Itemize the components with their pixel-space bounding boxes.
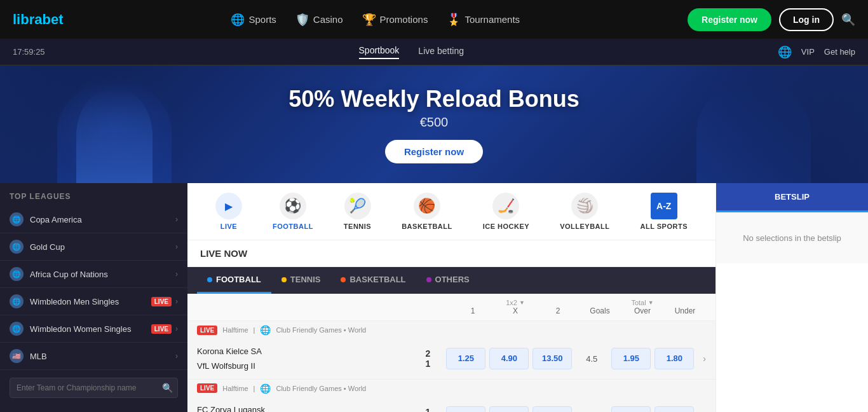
match-2-total-group: 1.85 1.85 — [610, 406, 695, 412]
search-icon[interactable]: 🔍 — [841, 13, 855, 27]
subnav-live-betting[interactable]: Live betting — [418, 46, 464, 58]
match-2-odds-2[interactable]: 9.25 — [532, 406, 572, 412]
football-icon-circle: ⚽ — [280, 193, 306, 219]
odds-1x2-title: 1x2 ▼ — [506, 299, 525, 306]
sidebar-item-africa-cup[interactable]: 🌐 Africa Cup of Nations › — [0, 261, 187, 288]
match-1-odds-1[interactable]: 1.25 — [446, 348, 485, 369]
search-icon: 🔍 — [162, 383, 173, 393]
match-2-separator: | — [254, 385, 255, 392]
odds-col-x-label: X — [496, 306, 535, 315]
match-2-under[interactable]: 1.85 — [654, 406, 694, 412]
match-2-odds-1[interactable]: 1.35 — [446, 406, 485, 412]
nav-casino-label: Casino — [313, 14, 343, 25]
hero-subtitle: €500 — [288, 115, 580, 130]
volleyball-icon-label: VOLLEYBALL — [560, 223, 609, 230]
language-icon[interactable]: 🌐 — [778, 45, 792, 59]
volleyball-icon-circle: 🏐 — [571, 193, 598, 219]
betslip-panel: BETSLIP No selections in the betslip — [715, 183, 868, 412]
tab-football[interactable]: FOOTBALL — [197, 267, 271, 294]
odds-col-under-label: Under — [665, 306, 705, 315]
match-1-more-arrow[interactable]: › — [703, 354, 706, 364]
icehockey-icon: 🏒 — [498, 198, 515, 214]
copa-america-arrow: › — [175, 215, 178, 224]
sidebar-menu-title: MENU — [0, 406, 187, 412]
sidebar-item-mlb[interactable]: 🇺🇸 MLB › — [0, 343, 187, 370]
sidebar-item-wimbledon-women[interactable]: 🌐 Wimbledon Women Singles LIVE › — [0, 315, 187, 343]
match-1-away-team: VfL Wolfsburg II — [197, 359, 418, 373]
logo[interactable]: librabet — [13, 11, 63, 28]
sport-icon-live[interactable]: ▶ LIVE — [209, 189, 248, 233]
icehockey-icon-circle: 🏒 — [492, 193, 519, 219]
volleyball-icon: 🏐 — [576, 198, 593, 214]
tennis-icon-label: TENNIS — [344, 223, 371, 230]
live-icon-circle: ▶ — [215, 193, 242, 219]
match-2-odds-x[interactable]: 4.30 — [489, 406, 529, 412]
nav-sports[interactable]: 🌐 Sports — [231, 13, 276, 27]
vip-link[interactable]: VIP — [801, 47, 815, 57]
live-icon-label: LIVE — [220, 223, 237, 230]
sidebar-item-gold-cup[interactable]: 🌐 Gold Cup › — [0, 233, 187, 261]
sidebar-item-copa-america[interactable]: 🌐 Copa America › — [0, 206, 187, 233]
subnav-sportbook[interactable]: Sportbook — [359, 45, 400, 59]
sport-icon-volleyball[interactable]: 🏐 VOLLEYBALL — [553, 189, 616, 233]
logo-prefix: libra — [13, 11, 42, 27]
match-2-competition: Club Friendly Games • World — [276, 385, 366, 392]
nav-promotions-label: Promotions — [380, 14, 428, 25]
match-1-live-badge: LIVE — [197, 326, 217, 335]
match-1-odds-2[interactable]: 13.50 — [532, 348, 572, 369]
sport-icon-tennis[interactable]: 🎾 TENNIS — [337, 189, 377, 233]
betslip-tab[interactable]: BETSLIP — [716, 183, 868, 212]
match-1-home-team: Korona Kielce SA — [197, 344, 418, 359]
match-1-over[interactable]: 1.95 — [611, 348, 651, 369]
hero-content: 50% Weekly Reload Bonus €500 Register no… — [288, 86, 580, 163]
tab-tennis[interactable]: TENNIS — [271, 267, 331, 294]
sport-icon-all-sports[interactable]: A-Z ALL SPORTS — [634, 189, 694, 233]
nav-casino[interactable]: 🛡️ Casino — [295, 13, 343, 27]
africa-cup-icon: 🌐 — [10, 267, 24, 281]
match-1-under[interactable]: 1.80 — [654, 348, 694, 369]
promotions-icon: 🏆 — [362, 13, 376, 27]
hero-register-button[interactable]: Register now — [385, 140, 483, 163]
tab-others[interactable]: OTHERS — [416, 267, 480, 294]
login-button[interactable]: Log in — [779, 8, 834, 31]
nav-promotions[interactable]: 🏆 Promotions — [362, 13, 428, 27]
all-sports-label: ALL SPORTS — [641, 223, 688, 230]
africa-cup-arrow: › — [175, 270, 178, 278]
betslip-tabs: BETSLIP — [716, 183, 868, 212]
match-2-over[interactable]: 1.85 — [611, 406, 651, 412]
logo-suffix: bet — [42, 11, 63, 27]
main-layout: TOP LEAGUES 🌐 Copa America › 🌐 Gold Cup … — [0, 183, 868, 412]
wimbledon-men-live-badge: LIVE — [151, 297, 172, 306]
others-tab-label: OTHERS — [435, 275, 470, 284]
wimbledon-women-arrow: › — [175, 324, 178, 333]
odds-total-labels: Goals Over Under — [580, 306, 705, 315]
tennis-tab-dot — [281, 277, 287, 282]
gold-cup-arrow: › — [175, 242, 178, 251]
match-2-status: Halftime — [222, 385, 248, 392]
tabs-bar: FOOTBALL TENNIS BASKETBALL OTHERS — [187, 267, 715, 294]
search-input[interactable] — [10, 378, 178, 398]
nav-tournaments[interactable]: 🎖️ Tournaments — [447, 13, 520, 27]
tab-basketball[interactable]: BASKETBALL — [330, 267, 416, 294]
sport-icon-icehockey[interactable]: 🏒 ICE HOCKEY — [477, 189, 536, 233]
match-1-goals: 4.5 — [576, 354, 607, 364]
match-2-home-score: 1 — [420, 407, 436, 412]
match-1-odds-x[interactable]: 4.90 — [489, 348, 529, 369]
wimbledon-women-live-badge: LIVE — [151, 324, 172, 334]
tennis-icon-circle: 🎾 — [344, 193, 371, 219]
register-button[interactable]: Register now — [688, 8, 771, 31]
match-row-1: LIVE Halftime | 🌐 Club Friendly Games • … — [187, 321, 715, 380]
match-1-home-score: 2 — [420, 348, 436, 359]
help-link[interactable]: Get help — [824, 47, 855, 57]
match-1-away-score: 1 — [420, 359, 436, 369]
sport-icons-bar: ▶ LIVE ⚽ FOOTBALL 🎾 TENNIS 🏀 BA — [187, 183, 715, 240]
nav-sports-label: Sports — [248, 14, 276, 25]
match-2-flag: 🌐 — [260, 383, 271, 394]
sidebar-item-wimbledon-men[interactable]: 🌐 Wimbledon Men Singles LIVE › — [0, 288, 187, 315]
copa-america-label: Copa America — [30, 215, 175, 224]
odds-total-label: Total — [631, 299, 646, 306]
sport-icon-football[interactable]: ⚽ FOOTBALL — [266, 189, 320, 233]
clock: 17:59:25 — [13, 47, 45, 57]
odds-1x2-dropdown-icon: ▼ — [519, 299, 525, 306]
sport-icon-basketball[interactable]: 🏀 BASKETBALL — [395, 189, 459, 233]
